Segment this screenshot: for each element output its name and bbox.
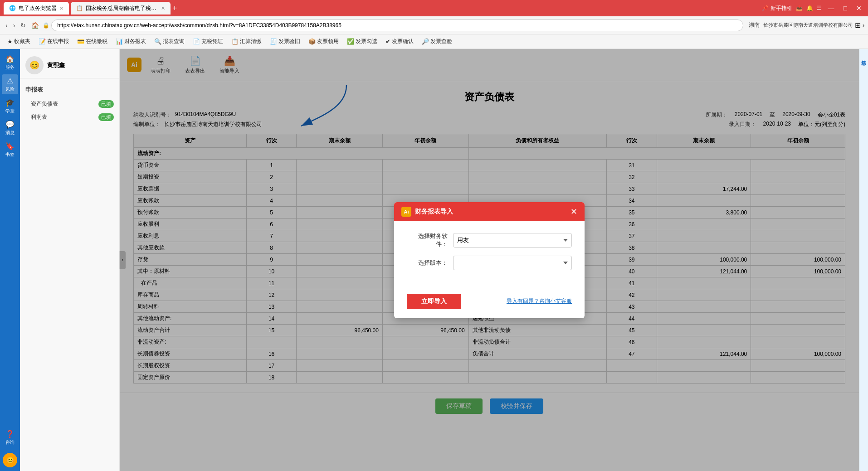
bookmark-report-query[interactable]: 🔍 报表查询: [151, 36, 188, 47]
sidebar-icon-consult[interactable]: ❓ 咨询: [2, 427, 18, 447]
version-label: 选择版本：: [407, 259, 448, 267]
income-statement-label: 利润表: [31, 113, 47, 121]
sidebar-item-income-statement[interactable]: 利润表 已填: [20, 111, 119, 124]
tax-icon: 💳: [77, 38, 84, 45]
tab-bar: 🌐 电子政务浏览器 ✕ 📋 国家税务总局湖南省电子税务... ✕ + 📌 新手指…: [0, 0, 868, 16]
bookmark-label-9: 发票勾选: [356, 38, 377, 45]
import-button[interactable]: 立即导入: [407, 294, 461, 309]
right-panel-info-btn[interactable]: 基信息: [859, 53, 868, 60]
bookmark-invoice-select[interactable]: ✅ 发票勾选: [343, 36, 381, 47]
sidebar-icon-label-3: 消息: [5, 130, 15, 136]
secondary-sidebar: 😊 黄熙鑫 申报表 资产负债表 已填 利润表 已填 ‹: [20, 49, 120, 471]
modal-close-button[interactable]: ✕: [571, 207, 577, 217]
sidebar-section-report: 申报表: [20, 82, 119, 97]
bookmark-label-11: 发票查验: [430, 38, 452, 45]
back-button[interactable]: ‹: [4, 20, 10, 31]
bookmark-label-10: 发票确认: [392, 38, 414, 45]
home-button[interactable]: 🏠: [29, 20, 41, 31]
location-display: 湖南: [749, 21, 760, 29]
browser-action-2[interactable]: 🔔: [806, 5, 813, 11]
modal-header-left: Ai 财务报表导入: [401, 207, 453, 217]
sidebar-icon-label-0: 服务: [5, 64, 15, 71]
org-name: 长沙市岳麓区博南天道培训学校有限公司: [763, 22, 853, 29]
help-link[interactable]: 导入有回题？咨询小艾客服: [507, 297, 572, 305]
tab-label-1: 电子政务浏览器: [19, 5, 57, 12]
sidebar-icon-message[interactable]: 💬 消息: [2, 118, 18, 138]
bookmark-invoice-old[interactable]: 🧾 发票验旧: [266, 36, 304, 47]
sidebar-header: 😊 黄熙鑫: [20, 53, 119, 78]
software-select[interactable]: 用友 金蝶 浪潮 其他: [453, 233, 572, 248]
software-select-row: 选择财务软件： 用友 金蝶 浪潮 其他: [407, 232, 572, 248]
tab-close-1[interactable]: ✕: [59, 5, 63, 11]
bookmark-online-filing[interactable]: 📝 在线申报: [35, 36, 73, 47]
income-statement-badge: 已填: [98, 113, 114, 121]
tab-close-2[interactable]: ✕: [161, 5, 165, 11]
bookmarks-bar: ★ 收藏夹 📝 在线申报 💳 在线缴税 📊 财务报表 🔍 报表查询 📄 充税凭证…: [0, 34, 868, 49]
bookmark-final-settle[interactable]: 📋 汇算清缴: [228, 36, 265, 47]
version-select[interactable]: [453, 256, 572, 270]
bookmark-favorites[interactable]: ★ 收藏夹: [4, 36, 34, 47]
new-tab-button[interactable]: +: [172, 4, 177, 12]
invoice1-icon: 🧾: [270, 38, 277, 45]
sidebar-icon-home[interactable]: 🏠 服务: [2, 53, 18, 73]
settle-icon: 📋: [231, 38, 239, 45]
risk-icon: ⚠: [7, 77, 13, 85]
tab-icon-2: 📋: [76, 5, 83, 11]
bookmark-invoice-check[interactable]: 🔎 发票查验: [418, 36, 456, 47]
bookmark-label-5: 充税凭证: [201, 38, 223, 45]
right-panel: 基信息: [859, 49, 868, 471]
browser-chrome: 🌐 电子政务浏览器 ✕ 📋 国家税务总局湖南省电子税务... ✕ + 📌 新手指…: [0, 0, 868, 49]
home-icon: 🏠: [5, 55, 15, 63]
sidebar-icon-label-1: 风险: [5, 86, 15, 92]
sidebar-icon-label-5: 咨询: [5, 439, 15, 446]
sidebar-item-balance-sheet[interactable]: 资产负债表 已填: [20, 97, 119, 111]
report-icon: 📊: [116, 38, 123, 45]
refresh-button[interactable]: ↻: [19, 20, 28, 31]
bookmark-tax-cert[interactable]: 📄 充税凭证: [189, 36, 227, 47]
modal-header: Ai 财务报表导入 ✕: [394, 202, 585, 221]
close-button[interactable]: ✕: [853, 4, 864, 13]
bookmark-financial-report[interactable]: 📊 财务报表: [112, 36, 150, 47]
new-feature-label: 📌 新手指引: [762, 5, 792, 12]
forward-button[interactable]: ›: [11, 20, 17, 31]
browser-action-1[interactable]: 📥: [796, 5, 803, 11]
software-label: 选择财务软件：: [407, 232, 448, 248]
user-avatar[interactable]: 😊: [3, 453, 17, 467]
invoice5-icon: 🔎: [422, 38, 429, 45]
minimize-button[interactable]: —: [825, 4, 837, 13]
bookmark-online-tax[interactable]: 💳 在线缴税: [73, 36, 111, 47]
modal-title: 财务报表导入: [415, 208, 453, 216]
modal-ai-icon: Ai: [401, 207, 411, 217]
bookmark-invoice-apply[interactable]: 📦 发票领用: [305, 36, 342, 47]
bookmark-invoice-confirm[interactable]: ✔ 发票确认: [382, 36, 417, 47]
tab-item-1[interactable]: 🌐 电子政务浏览器 ✕: [4, 2, 69, 15]
browser-action-3[interactable]: ☰: [817, 5, 822, 11]
sidebar-avatar: 😊: [25, 56, 44, 74]
sidebar-icon-label-4: 书签: [5, 151, 15, 158]
browser-actions: 湖南 长沙市岳麓区博南天道培训学校有限公司: [749, 21, 853, 29]
grid-icon[interactable]: ⊞: [855, 21, 861, 29]
sidebar-icon-study[interactable]: 🎓 学堂: [2, 96, 18, 116]
maximize-button[interactable]: □: [841, 4, 850, 13]
bookmark-label-7: 发票验旧: [278, 38, 300, 45]
bookmark-label-6: 汇算清缴: [240, 38, 262, 45]
tab-item-2[interactable]: 📋 国家税务总局湖南省电子税务... ✕: [71, 2, 171, 15]
bookmark-label-2: 在线缴税: [86, 38, 107, 45]
invoice3-icon: ✅: [347, 38, 354, 45]
main-content-area: Ai 🖨 表表打印 📄 表表导出 📥 智能导入: [120, 49, 859, 471]
bookmark-label-3: 财务报表: [124, 38, 146, 45]
sidebar-icon-label-2: 学堂: [5, 108, 15, 114]
bookmark-label-1: 在线申报: [47, 38, 69, 45]
sidebar-icon-bookmark[interactable]: 🔖 书签: [2, 140, 18, 160]
address-bar[interactable]: [51, 19, 743, 31]
app-container: 🏠 服务 ⚠ 风险 🎓 学堂 💬 消息 🔖 书签 ❓ 咨询 😊: [0, 49, 868, 471]
arrow-right-icon[interactable]: ›: [863, 22, 864, 29]
navigation-bar: ‹ › ↻ 🏠 🔒 湖南 长沙市岳麓区博南天道培训学校有限公司 ⊞ ›: [0, 16, 868, 34]
star-icon: ★: [7, 38, 13, 45]
sidebar-section-label: 申报表: [25, 86, 43, 93]
sidebar-icon-risk[interactable]: ⚠ 风险: [2, 74, 18, 94]
lock-icon: 🔒: [43, 22, 49, 29]
invoice4-icon: ✔: [385, 38, 390, 45]
modal-overlay: Ai 财务报表导入 ✕ 选择财务软件： 用友 金蝶 浪潮 其他: [120, 49, 859, 471]
balance-sheet-label: 资产负债表: [31, 100, 58, 108]
